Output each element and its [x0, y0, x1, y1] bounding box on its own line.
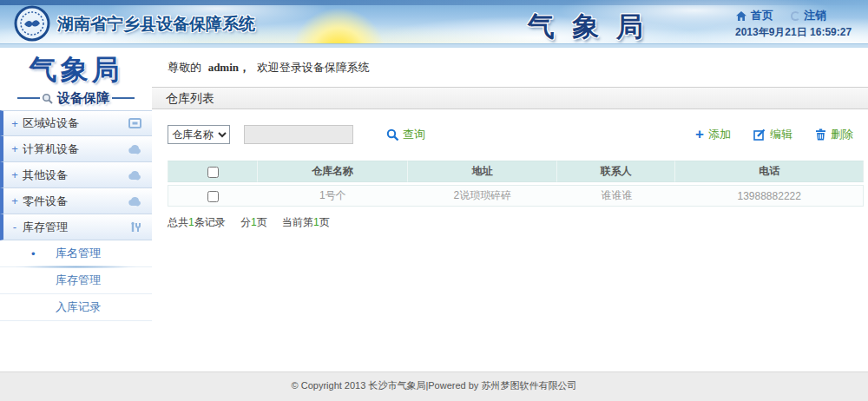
sidebar-item-computer-equipment[interactable]: + 计算机设备: [0, 136, 152, 162]
expand-plus-icon: +: [7, 117, 23, 130]
current-page-number: 1: [313, 216, 319, 228]
expand-plus-icon: +: [7, 142, 23, 155]
row-select-cell: [168, 185, 258, 207]
home-label: 首页: [751, 8, 773, 23]
top-nav: 首页 注销: [735, 8, 826, 23]
cell-contact: 谁谁谁: [557, 185, 675, 207]
logout-label: 注销: [804, 8, 826, 23]
sidebar-subitem-label: 库名管理: [56, 246, 101, 261]
sidebar-subitem-label: 库存管理: [56, 273, 101, 288]
search-icon: [386, 128, 399, 141]
sidebar-subitem-inbound-records[interactable]: 入库记录: [0, 294, 152, 321]
username: admin，: [208, 61, 250, 74]
table-header-row: 仓库名称 地址 联系人 电话: [168, 161, 864, 182]
record-count: 总共1条记录: [168, 216, 226, 228]
tools-icon: [129, 221, 141, 233]
sidebar-subitem-inventory-management[interactable]: 库存管理: [0, 267, 152, 294]
sidebar-item-label: 零件设备: [23, 194, 68, 209]
search-toolbar: 仓库名称 查询 + 添加: [168, 124, 864, 145]
bureau-title: 气象局: [528, 9, 661, 45]
query-button[interactable]: 查询: [386, 127, 425, 142]
sidebar: 气象局 设备保障 + 区域站设备 + 计算机设备 + 其他设备: [0, 48, 152, 371]
home-link[interactable]: 首页: [735, 8, 773, 23]
home-icon: [735, 10, 747, 22]
table-row[interactable]: 1号个 2说琐琐碎碎 谁谁谁 13988882222: [168, 185, 864, 207]
greeting-suffix: 欢迎登录设备保障系统: [257, 61, 370, 74]
pages-count: 1: [251, 216, 257, 228]
total-count: 1: [188, 216, 194, 228]
row-checkbox[interactable]: [207, 191, 219, 202]
active-bullet-icon: •: [31, 247, 36, 260]
search-input[interactable]: [244, 125, 353, 144]
sidebar-subitem-warehouse-name-management[interactable]: • 库名管理: [0, 240, 152, 267]
current-page: 当前第1页: [282, 216, 330, 228]
cloud-icon: [128, 170, 141, 181]
column-header-name: 仓库名称: [258, 161, 407, 182]
cloud-icon: [128, 144, 141, 154]
edit-button[interactable]: 编辑: [753, 127, 792, 142]
magnifier-icon: [42, 93, 53, 104]
sidebar-item-parts-equipment[interactable]: + 零件设备: [0, 188, 152, 214]
search-field-select[interactable]: 仓库名称: [168, 125, 230, 144]
header-datetime: 2013年9月21日 16:59:27: [735, 25, 852, 40]
warehouse-table: 仓库名称 地址 联系人 电话 1号个 2说琐琐碎碎 谁谁谁 1398888222…: [168, 158, 864, 209]
query-label: 查询: [403, 127, 425, 142]
sidebar-submenu: • 库名管理 库存管理 入库记录: [0, 240, 152, 321]
sidebar-item-label: 计算机设备: [23, 141, 79, 157]
logout-link[interactable]: 注销: [791, 8, 826, 23]
add-label: 添加: [708, 127, 731, 142]
greeting-prefix: 尊敬的: [168, 61, 201, 74]
panel-body: 仓库名称 查询 + 添加: [152, 124, 868, 230]
trash-icon: [815, 128, 826, 141]
expand-plus-icon: +: [7, 194, 23, 207]
sidebar-item-region-station-equipment[interactable]: + 区域站设备: [0, 110, 152, 136]
delete-label: 删除: [831, 127, 853, 142]
sidebar-logo-subtitle: 设备保障: [57, 90, 109, 107]
decor-line-right: [112, 97, 135, 99]
column-header-phone: 电话: [675, 161, 864, 182]
sidebar-logo-title: 气象局: [0, 51, 152, 88]
pagination-bar: 总共1条记录 分1页 当前第1页: [168, 215, 864, 230]
page-count: 分1页: [240, 216, 267, 228]
cell-address: 2说琐琐碎碎: [408, 185, 557, 207]
cell-phone: 13988882222: [675, 185, 864, 207]
footer-copyright: © Copyright 2013 长沙市气象局|Powered by 苏州梦图软…: [0, 371, 868, 401]
sidebar-menu: + 区域站设备 + 计算机设备 + 其他设备 + 零件设备: [0, 110, 152, 321]
sidebar-item-other-equipment[interactable]: + 其他设备: [0, 162, 152, 188]
action-buttons: + 添加 编辑: [695, 127, 853, 142]
decor-line-left: [17, 97, 40, 99]
monitor-icon: [128, 118, 141, 129]
add-button[interactable]: + 添加: [695, 127, 731, 142]
column-header-contact: 联系人: [557, 161, 675, 182]
sidebar-item-label: 区域站设备: [23, 115, 79, 131]
logout-icon: [791, 11, 800, 21]
system-title: 湖南省宁乡县设备保障系统: [57, 13, 255, 36]
column-header-address: 地址: [408, 161, 557, 182]
collapse-minus-icon: -: [7, 220, 23, 233]
sidebar-item-label: 其他设备: [23, 168, 68, 183]
sidebar-item-label: 库存管理: [23, 220, 68, 235]
edit-label: 编辑: [770, 127, 792, 142]
sidebar-item-inventory-management[interactable]: - 库存管理: [0, 214, 152, 240]
main-content: 尊敬的 admin， 欢迎登录设备保障系统 仓库列表 仓库名称 查询 + 添加: [152, 48, 868, 371]
top-header: 湖南省宁乡县设备保障系统 气象局 首页 注销 2013年9月21日 16:59:…: [0, 0, 868, 48]
welcome-message: 尊敬的 admin， 欢迎登录设备保障系统: [168, 60, 868, 76]
select-all-checkbox[interactable]: [207, 167, 219, 178]
edit-icon: [753, 128, 766, 141]
sidebar-logo-subtitle-row: 设备保障: [0, 88, 152, 108]
select-all-header: [168, 161, 258, 182]
delete-button[interactable]: 删除: [815, 127, 853, 142]
panel-title: 仓库列表: [152, 87, 868, 109]
sidebar-subitem-label: 入库记录: [56, 299, 101, 315]
add-icon: +: [695, 128, 704, 141]
expand-plus-icon: +: [7, 168, 23, 181]
cell-warehouse-name: 1号个: [258, 185, 407, 207]
bureau-logo-icon: [14, 5, 50, 42]
cloud-icon: [128, 196, 141, 207]
